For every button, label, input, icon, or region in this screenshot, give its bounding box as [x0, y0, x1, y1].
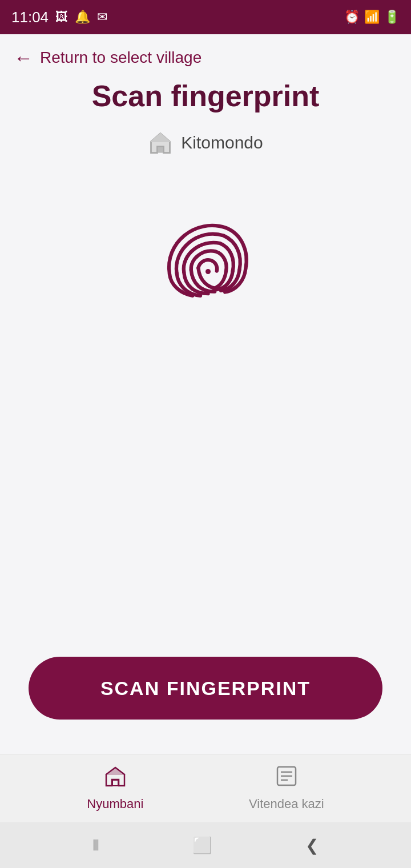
home-nav-icon [104, 765, 127, 792]
android-back-button[interactable]: ❮ [305, 836, 319, 855]
android-home-button[interactable]: ⬜ [192, 836, 212, 855]
android-navbar: ⫴ ⬜ ❮ [0, 822, 411, 868]
village-row: Kitomondo [148, 130, 263, 155]
email-icon: ✉ [97, 10, 107, 25]
svg-rect-4 [112, 780, 118, 786]
signal-icon: 📶 [364, 10, 380, 25]
back-arrow-icon: ← [14, 48, 33, 67]
battery-icon: 🔋 [384, 10, 400, 25]
alarm-icon: ⏰ [344, 10, 360, 25]
back-navigation[interactable]: ← Return to select village [0, 34, 411, 79]
tools-nav-icon [275, 765, 298, 792]
time-display: 11:04 [11, 9, 49, 26]
bottom-navigation: Nyumbani Vitendea kazi [0, 754, 411, 822]
fingerprint-icon [154, 212, 257, 315]
fingerprint-icon-container [154, 212, 257, 315]
status-bar-left: 11:04 🖼 🔔 ✉ [11, 9, 107, 26]
village-name: Kitomondo [181, 133, 263, 152]
status-bar-right: ⏰ 📶 🔋 [344, 10, 400, 25]
main-content: Scan fingerprint Kitomondo [0, 79, 411, 754]
svg-marker-1 [150, 132, 171, 142]
status-bar: 11:04 🖼 🔔 ✉ ⏰ 📶 🔋 [0, 0, 411, 34]
home-nav-label: Nyumbani [87, 797, 143, 811]
image-icon: 🖼 [55, 10, 68, 25]
bottom-nav-tools[interactable]: Vitendea kazi [249, 765, 324, 811]
scan-fingerprint-button[interactable]: SCAN FINGERPRINT [29, 657, 382, 720]
tools-nav-label: Vitendea kazi [249, 797, 324, 811]
notification-icon: 🔔 [75, 10, 90, 25]
house-icon [148, 130, 173, 155]
svg-point-2 [206, 269, 211, 274]
svg-rect-0 [158, 147, 163, 153]
svg-marker-3 [105, 767, 126, 775]
android-menu-button[interactable]: ⫴ [92, 836, 99, 855]
back-label: Return to select village [40, 49, 202, 67]
bottom-nav-home[interactable]: Nyumbani [87, 765, 143, 811]
page-title: Scan fingerprint [92, 79, 320, 113]
